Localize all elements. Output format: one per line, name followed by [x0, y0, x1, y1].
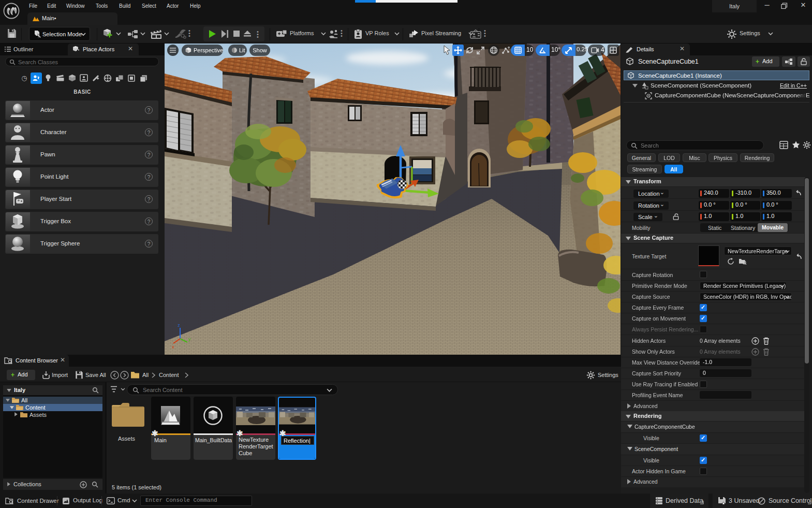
- svg-text:x: x: [172, 344, 174, 350]
- svg-text:z: z: [178, 323, 180, 328]
- svg-text:y: y: [188, 337, 191, 342]
